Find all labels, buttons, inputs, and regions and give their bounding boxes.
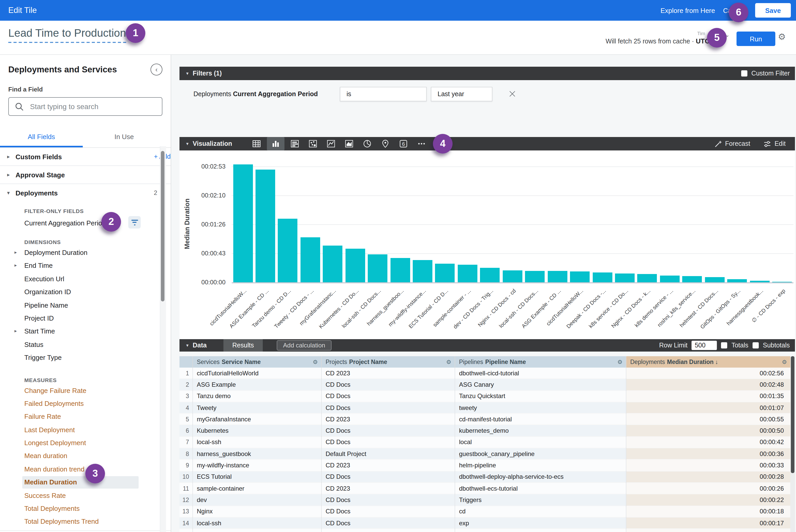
more-viz-types-icon[interactable] (414, 137, 429, 150)
table-scrollbar-thumb[interactable] (791, 356, 794, 473)
chart-bar[interactable] (615, 273, 635, 282)
median-duration-cell[interactable]: 00:00:17 (626, 529, 790, 532)
results-tab[interactable]: Results (223, 339, 263, 352)
col-service-name[interactable]: ServicesService Name⚙ (192, 356, 321, 367)
project-name-cell[interactable]: CD Docs (321, 517, 455, 529)
row-limit-input[interactable] (691, 341, 717, 350)
measure-field-item[interactable]: Mean duration (0, 450, 171, 463)
service-name-cell[interactable]: myGrafanaInstance (192, 413, 321, 425)
explore-from-here-link[interactable]: Explore from Here (661, 7, 715, 15)
chart-bar[interactable] (660, 276, 680, 282)
field-search[interactable] (8, 97, 162, 116)
service-name-cell[interactable]: ASG Example (192, 529, 321, 532)
project-name-cell[interactable]: CD Docs (321, 379, 455, 391)
col-median-duration[interactable]: DeploymentsMedian Duration↓⚙ (626, 356, 790, 367)
collapse-sidebar-icon[interactable]: ‹ (150, 63, 162, 75)
project-name-cell[interactable]: Default Project (321, 448, 455, 460)
measure-field-item[interactable]: Change Failure Rate (0, 384, 171, 397)
project-name-cell[interactable]: CD Docs (321, 390, 455, 402)
table-row[interactable]: 6KubernetesCD Docskubernetes_demo00:00:5… (180, 425, 790, 437)
measure-field-item[interactable]: Last Deployment (0, 423, 171, 436)
median-duration-cell[interactable]: 00:00:18 (626, 506, 790, 517)
median-duration-cell[interactable]: 00:00:50 (626, 425, 790, 437)
table-row[interactable]: 10ECS TutorialCD Docsdbothwell-deploy-al… (180, 471, 790, 482)
median-duration-cell[interactable]: 00:02:48 (626, 379, 790, 391)
chart-bar[interactable] (750, 281, 770, 282)
measure-field-item[interactable]: Failure Rate (0, 410, 171, 423)
chart-bar[interactable] (592, 272, 612, 282)
service-name-cell[interactable]: harness_guestbook (192, 448, 321, 460)
dimension-field-item[interactable]: Organization ID (0, 285, 171, 299)
dimension-field-item[interactable]: ▸Start Time (0, 325, 171, 338)
service-name-cell[interactable]: ASG Example (192, 379, 321, 391)
chart-bar[interactable] (548, 271, 567, 282)
scatterplot-viz-icon[interactable] (305, 137, 321, 150)
pipeline-name-cell[interactable]: guestbook_canary_pipeline (455, 448, 626, 460)
gear-icon[interactable]: ⚙ (782, 359, 787, 365)
median-duration-cell[interactable]: 00:00:22 (626, 494, 790, 506)
add-calculation-button[interactable]: Add calculation (277, 340, 332, 350)
column-chart-viz-icon[interactable] (267, 137, 284, 150)
data-label[interactable]: Data (193, 342, 207, 349)
pipeline-name-cell[interactable]: cd-manifest-tutorial (455, 413, 626, 425)
edit-viz-button[interactable]: Edit (764, 140, 786, 148)
project-name-cell[interactable]: CD Docs (321, 506, 455, 517)
field-current-aggregation-period[interactable]: Current Aggregation Period (0, 215, 171, 231)
search-input[interactable] (29, 102, 145, 111)
table-row[interactable]: 9my-wildfly-instanceCD 2023helm-pipeline… (180, 460, 790, 471)
chart-bar[interactable] (503, 270, 522, 282)
chart-bar[interactable] (705, 277, 724, 282)
project-name-cell[interactable]: CD 2023 (321, 482, 455, 494)
service-name-cell[interactable]: Tweety (192, 402, 321, 414)
chart-bar[interactable] (368, 254, 387, 282)
pipeline-name-cell[interactable]: cd (455, 506, 626, 517)
service-name-cell[interactable]: cicdTutorialHelloWorld (192, 367, 321, 379)
median-duration-cell[interactable]: 00:01:35 (626, 390, 790, 402)
caret-right-icon[interactable]: ▸ (15, 259, 17, 272)
caret-down-icon[interactable]: ▾ (186, 71, 188, 76)
table-row[interactable]: 13NginxCD Docscd00:00:18 (180, 506, 790, 517)
subtotals-checkbox[interactable] (753, 342, 759, 348)
pipeline-name-cell[interactable]: dbothwell-deploy-alpha-service-to-ecs (455, 471, 626, 482)
sort-arrow-icon[interactable]: ↓ (715, 359, 718, 365)
single-value-viz-icon[interactable]: 6 (396, 137, 411, 150)
dimension-field-item[interactable]: Status (0, 338, 171, 351)
service-name-cell[interactable]: Kubernetes (192, 425, 321, 437)
project-name-cell[interactable]: CD 2023 (321, 460, 455, 471)
caret-down-icon[interactable]: ▾ (186, 141, 188, 146)
dimension-field-item[interactable]: ▸Deployment Duration (0, 246, 171, 259)
chart-bar[interactable] (480, 268, 500, 282)
gear-icon[interactable]: ⚙ (446, 359, 451, 365)
project-name-cell[interactable]: CD Docs (321, 402, 455, 414)
gear-icon[interactable]: ⚙ (778, 32, 786, 42)
median-duration-cell[interactable]: 00:02:56 (626, 367, 790, 379)
pipeline-name-cell[interactable]: ASG Rolling (455, 529, 626, 532)
table-viz-icon[interactable] (249, 137, 264, 150)
col-pipeline-name[interactable]: PipelinesPipeline Name⚙ (455, 356, 626, 367)
filters-label[interactable]: Filters (1) (193, 70, 222, 77)
dimension-field-item[interactable]: Project ID (0, 312, 171, 325)
project-name-cell[interactable]: CD Docs (321, 437, 455, 448)
table-row[interactable]: 3Tanzu demoCD DocsTanzu Quickstart00:01:… (180, 390, 790, 402)
service-name-cell[interactable]: dev (192, 494, 321, 506)
save-button[interactable]: Save (755, 3, 791, 18)
project-name-cell[interactable]: CD 2023 (321, 413, 455, 425)
chart-bar[interactable] (570, 272, 590, 282)
median-duration-cell[interactable]: 00:01:07 (626, 402, 790, 414)
filter-by-field-icon[interactable] (128, 216, 141, 229)
totals-checkbox[interactable] (721, 342, 727, 348)
pie-chart-viz-icon[interactable] (359, 137, 375, 150)
caret-right-icon[interactable]: ▸ (15, 325, 17, 338)
table-row[interactable]: 4TweetyCD Docstweety00:01:07 (180, 402, 790, 414)
custom-filter-checkbox[interactable] (741, 70, 747, 77)
table-row[interactable]: 8harness_guestbookDefault Projectguestbo… (180, 448, 790, 460)
chart-bar[interactable] (637, 274, 657, 282)
measure-field-item[interactable]: Longest Deployment (0, 436, 171, 450)
group-approval-stage[interactable]: ▸ Approval Stage (0, 166, 171, 184)
chart-bar[interactable] (345, 249, 365, 283)
pipeline-name-cell[interactable]: Tanzu Quickstart (455, 390, 626, 402)
bar-chart-viz-icon[interactable] (287, 137, 302, 150)
dimension-field-item[interactable]: ▸End Time (0, 259, 171, 272)
chart-bar[interactable] (683, 276, 702, 282)
pipeline-name-cell[interactable]: exp (455, 517, 626, 529)
